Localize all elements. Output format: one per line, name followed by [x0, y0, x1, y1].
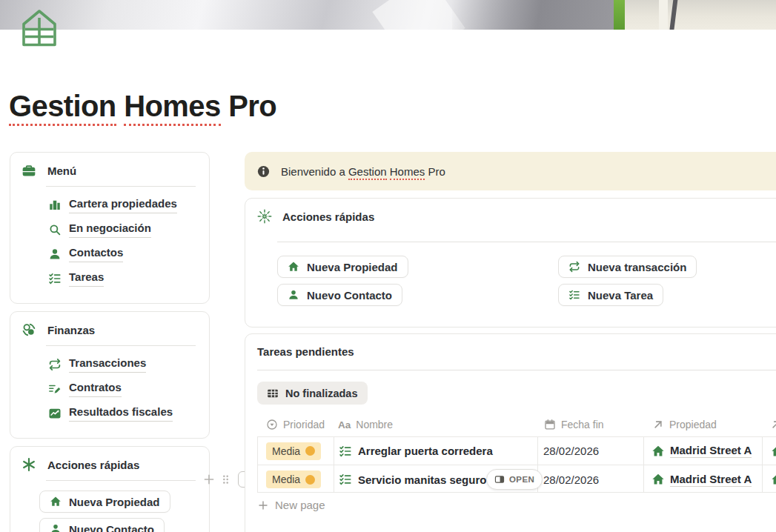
sidebar-item-transacciones[interactable]: Transacciones — [48, 356, 196, 373]
cover-photo — [0, 0, 776, 30]
table-header-row: Prioridad Aa Nombre Fecha fin Propiedad — [245, 413, 776, 436]
table-icon — [267, 388, 279, 399]
sidebar-item-label: Cartera propiedades — [69, 196, 177, 213]
person-icon — [288, 289, 299, 301]
starburst-icon — [257, 209, 272, 224]
side-peek-icon — [494, 474, 505, 485]
house-icon — [771, 473, 776, 486]
nueva-tarea-button[interactable]: Nueva Tarea — [558, 284, 663, 306]
task-name: Arreglar puerta corredera — [358, 445, 493, 457]
page-title[interactable]: Gestion Homes Pro — [9, 90, 276, 123]
checklist-icon — [568, 289, 580, 301]
sidebar-item-tareas[interactable]: Tareas — [48, 270, 196, 287]
menu-title: Menú — [47, 164, 76, 177]
contract-icon — [48, 382, 62, 396]
column-label: Fecha fin — [561, 419, 604, 430]
new-page-button[interactable]: New page — [257, 499, 325, 511]
pending-tasks-title: Tareas pendientes — [257, 345, 354, 358]
cover-door-frame — [659, 0, 668, 30]
open-row-button[interactable]: OPEN — [486, 469, 543, 490]
nuevo-contacto-button[interactable]: Nuevo Contacto — [39, 518, 165, 532]
column-header-partial[interactable] — [770, 413, 776, 436]
finanzas-title: Finanzas — [47, 324, 95, 336]
chart-icon — [48, 407, 62, 420]
property-cell[interactable]: Madrid Street A — [651, 465, 752, 493]
nuevo-contacto-button[interactable]: Nuevo Contacto — [277, 284, 402, 306]
house-logo-icon[interactable] — [21, 8, 58, 47]
yellow-dot-icon — [305, 475, 315, 485]
sidebar-item-label: Contactos — [69, 245, 123, 262]
nueva-propiedad-button[interactable]: Nueva Propiedad — [39, 491, 170, 513]
task-name: Servicio manitas seguro lim — [358, 473, 490, 486]
name-cell[interactable]: Arreglar puerta corredera — [339, 437, 493, 465]
button-label: Nuevo Contacto — [307, 289, 392, 302]
sidebar-item-contactos[interactable]: Contactos — [48, 245, 196, 262]
cover-door-handle — [669, 0, 678, 30]
sidebar: Menú Cartera propiedades En negociación … — [10, 152, 210, 532]
column-header-propiedad[interactable]: Propiedad — [652, 413, 717, 436]
divider — [46, 345, 196, 346]
checklist-icon — [339, 473, 352, 486]
sidebar-item-label: Tareas — [69, 270, 104, 287]
table-row[interactable]: Media Servicio manitas seguro lim OPEN 2… — [258, 465, 776, 493]
button-label: Nueva Propiedad — [69, 496, 160, 508]
quick-actions-right-column: Nueva transacción Nueva Tarea — [558, 256, 697, 306]
priority-cell[interactable]: Media — [266, 437, 321, 465]
select-icon — [266, 419, 278, 430]
column-header-fecha-fin[interactable]: Fecha fin — [544, 413, 604, 436]
sidebar-item-cartera-propiedades[interactable]: Cartera propiedades — [48, 196, 196, 213]
priority-label: Media — [272, 445, 300, 457]
house-icon — [288, 261, 299, 273]
checklist-icon — [339, 445, 352, 458]
info-icon — [256, 164, 271, 179]
column-header-nombre[interactable]: Aa Nombre — [338, 413, 393, 436]
property-link: Madrid Street A — [670, 444, 752, 458]
finanzas-header: Finanzas — [21, 322, 196, 337]
menu-header: Menú — [21, 163, 196, 178]
callout-brand-word: Homes — [390, 165, 425, 180]
divider — [46, 480, 196, 481]
due-date-cell[interactable]: 28/02/2026 — [543, 437, 599, 465]
nueva-propiedad-button[interactable]: Nueva Propiedad — [277, 256, 408, 278]
callout-prefix: Bienvenido a — [281, 165, 345, 178]
quick-actions-card: Acciones rápidas Nueva Propiedad Nuevo C… — [245, 198, 776, 327]
person-icon — [50, 523, 62, 532]
button-label: Nuevo Contacto — [69, 523, 154, 532]
sidebar-item-contratos[interactable]: Contratos — [48, 380, 196, 397]
priority-cell[interactable]: Media — [266, 465, 321, 493]
add-block-icon[interactable] — [202, 473, 216, 486]
repeat-icon — [568, 261, 580, 273]
page-title-word: Gestion — [9, 90, 116, 126]
cover-shadow — [452, 0, 626, 30]
divider — [277, 242, 776, 242]
person-icon — [48, 247, 62, 261]
plus-icon — [257, 499, 269, 511]
search-icon — [48, 223, 62, 236]
drag-handle-icon[interactable] — [220, 473, 231, 486]
partial-relation-cell — [771, 437, 776, 465]
sidebar-item-resultados-fiscales[interactable]: Resultados fiscales — [48, 405, 196, 422]
sidebar-item-label: Transacciones — [69, 356, 146, 373]
view-tab-label: No finalizadas — [285, 388, 358, 399]
checklist-icon — [48, 272, 62, 285]
coins-exchange-icon — [21, 322, 36, 337]
view-tab-no-finalizadas[interactable]: No finalizadas — [257, 382, 368, 405]
acciones-title: Acciones rápidas — [47, 459, 139, 471]
main-column: Bienvenido a Gestion Homes Pro Acciones … — [245, 152, 776, 532]
due-date-cell[interactable]: 28/02/2026 — [543, 465, 599, 493]
column-header-prioridad[interactable]: Prioridad — [266, 413, 325, 436]
nueva-transaccion-button[interactable]: Nueva transacción — [558, 256, 697, 278]
sidebar-item-en-negociacion[interactable]: En negociación — [48, 221, 196, 238]
sidebar-card-finanzas: Finanzas Transacciones Contratos Resulta… — [10, 311, 210, 439]
table-row[interactable]: Media Arreglar puerta corredera 28/02/20… — [258, 437, 776, 465]
pending-tasks-card: Tareas pendientes No finalizadas Priorid… — [245, 333, 776, 532]
priority-tag: Media — [266, 471, 321, 488]
name-cell[interactable]: Servicio manitas seguro lim — [339, 465, 490, 493]
column-label: Propiedad — [669, 419, 717, 430]
yellow-dot-icon — [305, 446, 315, 456]
priority-tag: Media — [266, 442, 321, 460]
column-label: Nombre — [356, 419, 393, 430]
divider — [257, 370, 776, 370]
property-cell[interactable]: Madrid Street A — [651, 437, 752, 465]
table-body: Media Arreglar puerta corredera 28/02/20… — [257, 436, 776, 493]
